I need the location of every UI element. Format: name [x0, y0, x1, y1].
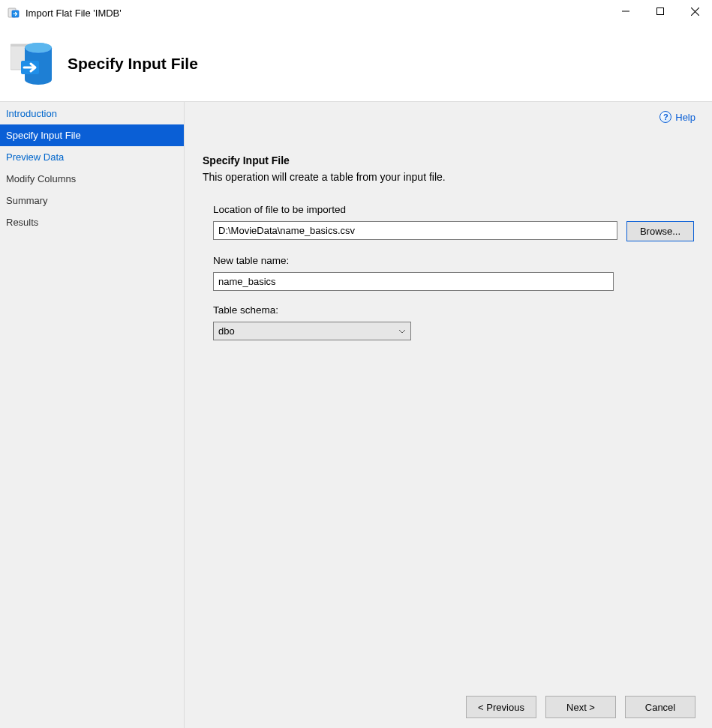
main: Introduction Specify Input File Preview …: [0, 102, 712, 728]
chevron-down-icon: [398, 328, 406, 335]
file-path-input[interactable]: [213, 221, 617, 240]
sidebar-item-results[interactable]: Results: [0, 211, 184, 233]
file-label: Location of file to be imported: [213, 204, 694, 215]
sidebar-item-preview-data[interactable]: Preview Data: [0, 146, 184, 168]
schema-value: dbo: [218, 325, 235, 337]
previous-button[interactable]: < Previous: [466, 696, 536, 718]
sidebar-item-introduction[interactable]: Introduction: [0, 103, 184, 124]
form-heading: Specify Input File: [203, 154, 694, 166]
table-name-input[interactable]: [213, 272, 614, 291]
cancel-button[interactable]: Cancel: [625, 696, 695, 718]
form-description: This operation will create a table from …: [203, 171, 694, 183]
table-name-group: New table name:: [203, 255, 694, 291]
next-button[interactable]: Next >: [545, 696, 616, 718]
content-pane: ? Help Specify Input File This operation…: [185, 102, 712, 728]
page-title: Specify Input File: [68, 55, 198, 73]
titlebar: Import Flat File 'IMDB': [0, 0, 712, 25]
schema-label: Table schema:: [213, 304, 694, 316]
close-button[interactable]: [677, 0, 712, 22]
maximize-button[interactable]: [643, 0, 677, 22]
sidebar-item-modify-columns[interactable]: Modify Columns: [0, 168, 184, 190]
browse-button[interactable]: Browse...: [626, 221, 694, 241]
help-icon: ?: [659, 111, 671, 123]
schema-dropdown[interactable]: dbo: [213, 322, 411, 340]
app-icon: [8, 7, 20, 19]
header: Specify Input File: [0, 25, 712, 102]
wizard-icon: [11, 40, 54, 88]
svg-rect-3: [657, 8, 664, 15]
sidebar-item-specify-input[interactable]: Specify Input File: [0, 124, 184, 146]
window-controls: [608, 0, 712, 25]
help-label: Help: [675, 112, 695, 123]
window-title: Import Flat File 'IMDB': [26, 7, 122, 19]
content-inner: Specify Input File This operation will c…: [185, 102, 712, 686]
schema-group: Table schema: dbo: [203, 304, 694, 340]
sidebar-item-summary[interactable]: Summary: [0, 190, 184, 211]
file-group: Location of file to be imported Browse..…: [203, 204, 694, 241]
minimize-button[interactable]: [608, 0, 643, 22]
help-link[interactable]: ? Help: [659, 111, 695, 123]
sidebar: Introduction Specify Input File Preview …: [0, 102, 185, 728]
table-name-label: New table name:: [213, 255, 694, 266]
footer: < Previous Next > Cancel: [185, 686, 712, 728]
